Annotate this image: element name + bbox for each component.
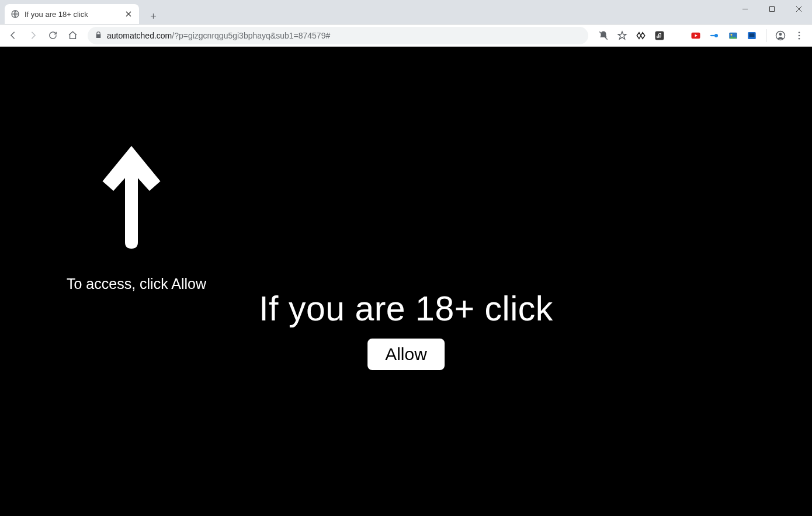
- window-titlebar: If you are 18+ click: [0, 0, 812, 25]
- tab-strip: If you are 18+ click: [0, 0, 161, 24]
- svg-point-11: [799, 32, 800, 33]
- chrome-menu-icon[interactable]: [791, 27, 807, 44]
- extension-icon-music[interactable]: [651, 27, 668, 44]
- close-tab-icon[interactable]: [124, 9, 133, 19]
- extension-icon-1[interactable]: [633, 27, 649, 44]
- maximize-button[interactable]: [758, 0, 785, 18]
- page-content: To access, click Allow If you are 18+ cl…: [0, 47, 812, 516]
- lock-icon: [95, 31, 102, 40]
- notifications-muted-icon[interactable]: [595, 27, 612, 44]
- arrow-up-icon: [99, 146, 164, 245]
- url-path: /?p=gizgcnrqgu5gi3bphayq&sub1=874579#: [172, 31, 330, 40]
- svg-point-12: [799, 34, 800, 36]
- url-domain: automatched.com: [107, 31, 172, 40]
- minimize-button[interactable]: [731, 0, 758, 18]
- toolbar-actions: [595, 27, 807, 44]
- close-window-button[interactable]: [785, 0, 812, 18]
- globe-icon: [11, 9, 20, 19]
- toolbar-separator: [766, 29, 766, 42]
- url-text: automatched.com/?p=gizgcnrqgu5gi3bphayq&…: [107, 31, 330, 40]
- forward-button[interactable]: [25, 27, 41, 44]
- browser-toolbar: automatched.com/?p=gizgcnrqgu5gi3bphayq&…: [0, 25, 812, 47]
- extension-icon-picture[interactable]: [725, 27, 741, 44]
- browser-tab-active[interactable]: If you are 18+ click: [5, 4, 139, 24]
- svg-rect-8: [749, 33, 755, 37]
- svg-point-13: [799, 37, 800, 39]
- new-tab-button[interactable]: [145, 8, 161, 24]
- window-controls: [731, 0, 812, 24]
- page-headline: If you are 18+ click: [0, 289, 812, 329]
- extension-icon-display[interactable]: [744, 27, 760, 44]
- tab-title: If you are 18+ click: [25, 10, 88, 19]
- reload-button[interactable]: [44, 27, 61, 44]
- bookmark-star-icon[interactable]: [614, 27, 630, 44]
- back-button[interactable]: [5, 27, 21, 44]
- svg-point-4: [714, 34, 718, 37]
- home-button[interactable]: [64, 27, 81, 44]
- svg-rect-1: [769, 6, 774, 11]
- extension-icon-blue[interactable]: [706, 27, 723, 44]
- svg-point-10: [779, 33, 782, 36]
- address-bar[interactable]: automatched.com/?p=gizgcnrqgu5gi3bphayq&…: [88, 27, 588, 44]
- allow-button[interactable]: Allow: [367, 339, 445, 370]
- svg-point-6: [731, 34, 733, 36]
- extension-icon-youtube[interactable]: [688, 27, 704, 44]
- profile-avatar-icon[interactable]: [772, 27, 789, 44]
